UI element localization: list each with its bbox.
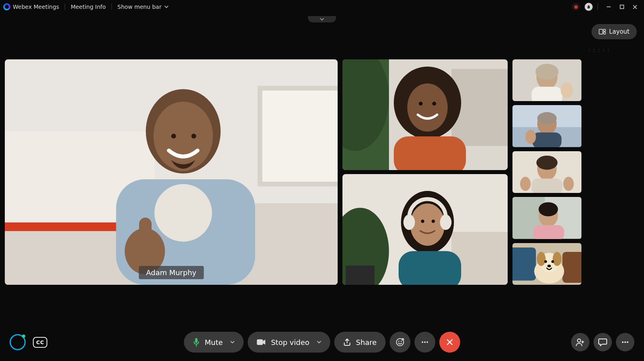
svg-point-48 [525,130,536,144]
svg-point-24 [419,102,423,106]
svg-point-36 [440,215,452,230]
svg-point-65 [537,252,546,266]
participant-video [512,59,581,101]
svg-rect-26 [394,136,466,170]
webex-logo-icon [3,3,10,10]
microphone-icon [193,338,200,347]
show-menu-bar-button[interactable]: Show menu bar [117,4,169,10]
participant-video [342,59,508,170]
video-stage: Adam Murphy [5,59,639,285]
video-column-thumbnails [512,59,581,285]
sidebar-drag-handle[interactable]: : : : : : [589,47,610,53]
meeting-info-button[interactable]: Meeting Info [71,4,105,10]
video-tile[interactable] [512,59,581,101]
svg-point-40 [535,64,558,80]
video-tile[interactable] [342,59,508,170]
participant-video [5,59,338,285]
svg-rect-30 [346,266,375,285]
divider-icon [111,4,112,10]
svg-point-73 [398,341,399,342]
assistant-button[interactable] [10,334,26,350]
participant-video [512,151,581,193]
participant-video [512,105,581,147]
svg-point-34 [431,219,435,223]
svg-point-80 [622,341,624,343]
svg-point-66 [553,252,561,266]
video-tile[interactable] [512,151,581,193]
divider-icon [65,4,65,10]
svg-point-76 [421,341,423,343]
chevron-down-icon[interactable] [228,340,235,345]
video-tile-main[interactable]: Adam Murphy [5,59,338,285]
record-indicator-icon[interactable] [572,3,580,11]
lock-indicator-icon[interactable] [585,3,593,11]
svg-rect-2 [603,29,606,31]
bottom-toolbar: CC Mute Stop video Share [0,333,644,351]
reactions-button[interactable] [389,332,410,353]
more-options-button[interactable] [414,332,435,353]
svg-point-81 [624,341,626,343]
divider-icon [597,4,598,10]
app-title: Webex Meetings [3,3,59,10]
svg-rect-62 [562,252,581,283]
mute-button[interactable]: Mute [184,332,244,353]
layout-button-label: Layout [609,28,630,35]
svg-rect-59 [533,225,564,239]
svg-point-68 [551,260,554,263]
video-tile[interactable] [512,243,581,285]
svg-rect-70 [195,338,198,343]
participants-icon [575,338,585,347]
panel-options-button[interactable] [616,333,634,351]
svg-point-14 [171,134,176,138]
share-button[interactable]: Share [334,332,385,353]
window-maximize-button[interactable] [620,4,624,9]
chevron-down-icon[interactable] [314,340,321,345]
video-tile[interactable] [342,174,508,285]
mute-button-label: Mute [205,338,223,347]
chat-panel-button[interactable] [593,333,612,351]
svg-point-69 [547,264,551,267]
video-tile[interactable] [512,197,581,239]
svg-rect-3 [603,32,606,34]
layout-button[interactable]: Layout [591,24,637,39]
participant-name-label: Adam Murphy [146,268,196,277]
svg-rect-47 [533,133,562,147]
more-horizontal-icon [620,337,630,347]
svg-point-25 [432,102,436,106]
window-minimize-button[interactable] [606,4,612,10]
svg-rect-12 [154,184,212,241]
participant-video [342,174,508,285]
video-column-secondary [342,59,508,285]
svg-point-77 [424,341,425,343]
captions-button[interactable]: CC [33,337,47,348]
chat-icon [598,338,608,347]
close-icon [446,338,454,346]
more-horizontal-icon [420,337,429,347]
leave-meeting-button[interactable] [439,332,460,353]
svg-rect-41 [532,87,563,101]
svg-rect-1 [599,29,603,34]
svg-point-13 [160,116,206,171]
svg-point-54 [563,177,574,191]
closed-captions-icon: CC [36,339,44,345]
video-tile[interactable] [512,105,581,147]
titlebar: Webex Meetings Meeting Info Show menu ba… [0,0,644,14]
stop-video-button-label: Stop video [271,338,310,347]
participant-name-badge: Adam Murphy [139,266,204,279]
svg-point-82 [627,341,628,343]
show-menu-bar-label: Show menu bar [117,4,162,10]
svg-point-78 [426,341,428,343]
participant-video [512,197,581,239]
window-close-button[interactable] [632,4,638,10]
svg-rect-0 [620,5,624,9]
svg-point-15 [191,134,196,138]
svg-rect-8 [260,88,338,184]
svg-rect-37 [399,251,461,285]
top-drawer-handle[interactable] [308,16,336,22]
svg-point-53 [520,177,531,191]
smile-icon [395,337,405,347]
svg-point-74 [401,341,402,342]
chevron-down-icon [319,17,325,21]
participants-panel-button[interactable] [571,333,589,351]
stop-video-button[interactable]: Stop video [248,332,330,353]
